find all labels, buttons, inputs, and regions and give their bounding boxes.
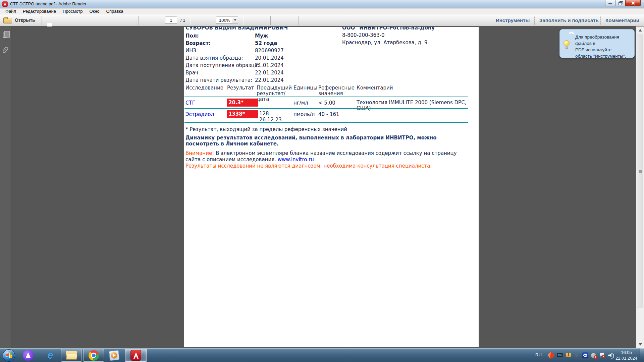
- page-number-input[interactable]: 1: [165, 17, 177, 24]
- media-player-icon: [109, 350, 119, 361]
- footnote: * Результат, выходящий за пределы рефере…: [185, 126, 347, 133]
- action-center-flag-icon[interactable]: ✕: [599, 353, 605, 359]
- patient-name-clipped: СУВОРОВ ВАДИМ ВЛАДИМИРОВИЧ: [185, 27, 326, 31]
- taskbar-media-player[interactable]: [106, 349, 122, 362]
- menu-window[interactable]: Окно: [86, 8, 103, 14]
- taskbar-internet-explorer[interactable]: e: [43, 349, 58, 362]
- yandex-browser-icon: [23, 350, 34, 361]
- toolbar-separator: [534, 16, 535, 24]
- vertical-scrollbar[interactable]: [636, 26, 644, 348]
- taskbar-yandex-browser[interactable]: [21, 349, 36, 362]
- system-clock[interactable]: 16:05 22.01.2024: [615, 350, 637, 361]
- alert-tray-icon[interactable]: [591, 353, 596, 358]
- comment-panel-button[interactable]: Комментарии: [605, 17, 639, 23]
- toolbar: Открыть 1 / 1 100% Инструменты Зап: [0, 14, 644, 26]
- minimize-button[interactable]: [605, 0, 615, 6]
- folder-alert-tray-icon[interactable]: [566, 353, 571, 357]
- dynamics-note: Динамику результатов исследований, выпол…: [185, 135, 454, 147]
- warning-text: В электронном экземпляре бланка название…: [185, 150, 457, 163]
- table-rule: [184, 108, 468, 109]
- menu-file[interactable]: Файл: [2, 8, 19, 14]
- desktop: СТГ ЭСТРО после.pdf - Adobe Reader Файл …: [0, 0, 644, 362]
- page-thumbnails-icon[interactable]: [3, 33, 7, 38]
- column-header: Предыдущий результат/дата: [257, 85, 292, 102]
- column-header: Референсные значения: [318, 85, 352, 97]
- menu-edit[interactable]: Редактирование: [19, 8, 59, 14]
- comment-cell: Технология IMMULITE 2000 (Siemens DPC, С…: [357, 100, 472, 111]
- chrome-icon: [89, 350, 99, 361]
- taskbar: e RU ✕ 16:05 22.01.2024: [0, 348, 644, 362]
- toolbar-separator: [42, 16, 42, 25]
- window-title: СТГ ЭСТРО после.pdf - Adobe Reader: [10, 1, 87, 6]
- play-icon: [113, 354, 117, 357]
- taskbar-chrome[interactable]: [83, 349, 104, 362]
- warning-label: Внимание!: [185, 150, 214, 156]
- field-label: Возраст:: [185, 40, 211, 46]
- field-value: Муж: [255, 33, 268, 39]
- taskbar-windows-explorer[interactable]: [61, 349, 82, 362]
- column-header: Исследование: [185, 85, 224, 91]
- zoom-level-value: 100%: [219, 18, 230, 23]
- window-controls: [605, 0, 641, 6]
- units-cell: нг/мл: [293, 100, 308, 106]
- pdf-page: СУВОРОВ ВАДИМ ВЛАДИМИРОВИЧ ООО "ИНВИТРО-…: [184, 27, 479, 347]
- start-button[interactable]: [3, 349, 15, 362]
- clinic-name-clipped: ООО "ИНВИТРО-Ростов-на-Дону": [342, 27, 476, 31]
- field-value: 20.01.2024: [255, 55, 284, 61]
- field-label: ИНЗ:: [185, 48, 198, 54]
- tools-hint-balloon: Для преобразования файлов в PDF использу…: [559, 29, 635, 58]
- teamviewer-tray-icon[interactable]: [582, 352, 588, 358]
- result-value-flagged: 20.3*: [227, 99, 258, 107]
- restore-button[interactable]: [615, 0, 625, 6]
- chevron-down-icon[interactable]: [232, 17, 238, 23]
- volume-icon[interactable]: [608, 353, 614, 359]
- test-name-link[interactable]: Эстрадиол: [185, 111, 214, 117]
- field-label: Врач:: [185, 70, 200, 76]
- field-value: 52 года: [255, 40, 277, 46]
- field-label: Дата взятия образца:: [185, 55, 243, 61]
- fill-sign-panel-button[interactable]: Заполнить и подписать: [539, 17, 599, 23]
- display-settings-tray-icon[interactable]: [557, 353, 562, 357]
- attachments-icon[interactable]: [2, 46, 9, 54]
- open-file-icon[interactable]: [3, 17, 12, 23]
- scroll-down-arrow[interactable]: [637, 341, 643, 347]
- chevron-up-icon: [569, 31, 574, 34]
- close-button[interactable]: [625, 0, 641, 6]
- error-badge: ✕: [602, 355, 605, 358]
- scrollbar-thumb[interactable]: [637, 34, 643, 308]
- language-indicator[interactable]: RU: [535, 352, 542, 357]
- page-total-label: / 1: [180, 18, 185, 23]
- column-header: Единицы: [293, 85, 317, 91]
- test-name-link[interactable]: СТГ: [185, 100, 195, 106]
- menu-help[interactable]: Справка: [103, 8, 127, 14]
- toolbar-separator: [138, 16, 139, 25]
- field-value: 820690927: [255, 48, 284, 54]
- result-value-flagged: 1338*: [227, 110, 258, 118]
- field-label: Пол:: [185, 33, 199, 39]
- show-desktop-button[interactable]: [640, 348, 644, 362]
- field-value: 22.01.2024: [255, 77, 284, 83]
- menu-view[interactable]: Просмотр: [59, 8, 86, 14]
- tools-panel-button[interactable]: Инструменты: [496, 17, 530, 23]
- open-file-button[interactable]: Открыть: [15, 17, 35, 23]
- clinic-phone: 8-800-200-363-0: [342, 32, 385, 38]
- field-label: Дата печати результата:: [185, 77, 252, 83]
- zoom-level-select[interactable]: 100%: [216, 17, 238, 24]
- invitro-link[interactable]: www.invitro.ru: [278, 157, 314, 163]
- clock-time: 16:05: [615, 350, 637, 355]
- column-header: Комментарий: [357, 85, 397, 91]
- field-label: Дата поступления образца:: [185, 62, 259, 68]
- document-area: СУВОРОВ ВАДИМ ВЛАДИМИРОВИЧ ООО "ИНВИТРО-…: [0, 26, 644, 348]
- adobe-reader-icon: [2, 1, 8, 7]
- adobe-reader-icon: [130, 350, 141, 361]
- pointer-tray-icon[interactable]: [573, 351, 581, 359]
- scroll-up-arrow[interactable]: [637, 27, 643, 33]
- reference-cell: 40 - 161: [318, 111, 339, 117]
- internet-explorer-icon: e: [47, 350, 53, 360]
- table-rule: [184, 122, 468, 123]
- column-header: Результат: [227, 85, 255, 91]
- usb-device-tray-icon[interactable]: [547, 352, 555, 359]
- menu-bar: Файл Редактирование Просмотр Окно Справк…: [0, 8, 644, 14]
- taskbar-adobe-reader-active[interactable]: [125, 349, 147, 362]
- table-rule: [184, 97, 468, 97]
